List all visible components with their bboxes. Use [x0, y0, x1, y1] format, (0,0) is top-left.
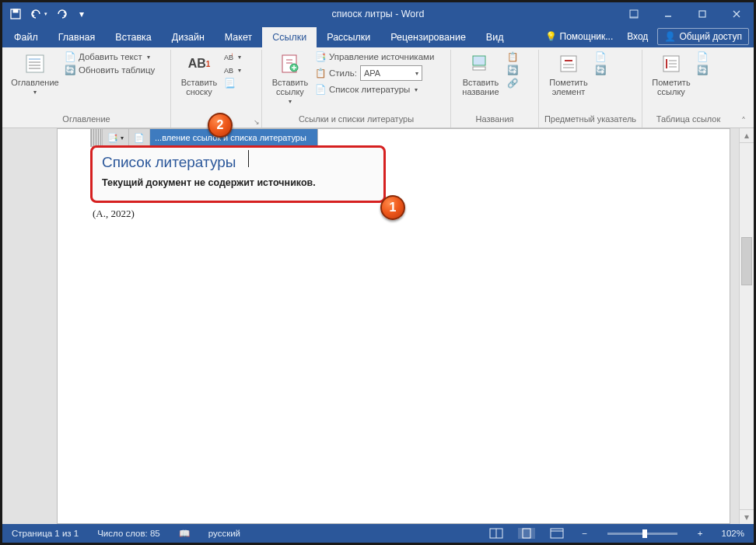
zoom-in-button[interactable]: +: [695, 529, 706, 538]
tab-design[interactable]: Дизайн: [162, 27, 215, 47]
group-label-citations: Ссылки и списки литературы: [262, 110, 451, 128]
style-label: Стиль:: [329, 68, 357, 78]
mark-entry-label: Пометить элемент: [549, 78, 587, 96]
mark-citation-button[interactable]: Пометить ссылку: [647, 50, 695, 110]
language-status[interactable]: русский: [205, 529, 243, 538]
drag-handle-icon[interactable]: [91, 129, 103, 146]
svg-rect-19: [561, 56, 576, 72]
window-controls: [617, 2, 754, 26]
add-text-icon: 📄: [65, 51, 75, 62]
signin-button[interactable]: Вход: [622, 28, 653, 45]
svg-text:i: i: [232, 52, 233, 57]
text-cursor: [248, 150, 249, 167]
group-label-authorities: Таблица ссылок: [642, 110, 734, 128]
update-index-button[interactable]: 🔄: [595, 65, 606, 75]
style-icon: 📋: [315, 68, 326, 79]
mark-entry-button[interactable]: Пометить элемент: [544, 50, 593, 110]
tab-mailings[interactable]: Рассылки: [317, 27, 380, 47]
zoom-thumb[interactable]: [642, 529, 647, 538]
bibliography-title: Список литературы: [102, 154, 374, 171]
bibliography-button[interactable]: 📄Список литературы▾: [315, 84, 434, 95]
qat-customize-icon[interactable]: ▾: [77, 5, 86, 23]
tellme-button[interactable]: 💡Помощник...: [541, 28, 618, 45]
update-tof-icon: 🔄: [507, 65, 518, 75]
dialog-launcher-icon[interactable]: ↘: [254, 118, 260, 126]
vertical-scrollbar[interactable]: ▴ ▾: [739, 128, 754, 524]
quick-access-toolbar: ▾ ▾: [2, 5, 91, 23]
style-selector[interactable]: 📋 Стиль: APA▾: [315, 65, 434, 81]
endnote-button[interactable]: ABi▾: [224, 51, 241, 62]
update-index-icon: 🔄: [595, 65, 606, 75]
tab-view[interactable]: Вид: [476, 27, 514, 47]
scroll-thumb[interactable]: [741, 237, 752, 285]
tab-file[interactable]: Файл: [4, 27, 48, 47]
table-of-figures-button[interactable]: 📋: [507, 51, 518, 62]
zoom-slider[interactable]: [607, 533, 677, 535]
convert-to-static-button[interactable]: 📄: [129, 129, 150, 146]
show-notes-icon: 📃: [224, 78, 235, 89]
tab-references[interactable]: Ссылки: [262, 27, 317, 47]
minimize-icon[interactable]: [651, 2, 685, 26]
insert-caption-button[interactable]: Вставить название: [456, 50, 506, 110]
style-select[interactable]: APA▾: [360, 65, 422, 81]
bibliographies-menu-button[interactable]: 📑▾: [103, 129, 129, 146]
word-count[interactable]: Число слов: 85: [94, 529, 163, 538]
toc-button[interactable]: Оглавление ▾: [7, 50, 63, 110]
tab-review[interactable]: Рецензирование: [380, 27, 476, 47]
update-toa-icon: 🔄: [697, 65, 708, 75]
scroll-up-icon[interactable]: ▴: [740, 128, 754, 143]
insert-footnote-button[interactable]: AB1 Вставить сноску: [176, 50, 222, 110]
share-label: Общий доступ: [679, 31, 742, 42]
scroll-down-icon[interactable]: ▾: [740, 509, 754, 524]
tab-insert[interactable]: Вставка: [105, 27, 161, 47]
update-citations-button[interactable]: ...вление ссылок и списка литературы: [150, 129, 317, 146]
collapse-ribbon-icon[interactable]: ˄: [738, 116, 749, 127]
bulb-icon: 💡: [545, 31, 557, 42]
redo-icon[interactable]: [54, 5, 71, 23]
undo-icon[interactable]: ▾: [30, 5, 47, 23]
share-button[interactable]: 👤Общий доступ: [657, 28, 749, 45]
chevron-down-icon: ▾: [415, 70, 418, 77]
svg-rect-24: [666, 59, 667, 68]
insert-citation-button[interactable]: Вставить ссылку ▾: [267, 50, 313, 110]
print-layout-icon[interactable]: [518, 528, 535, 539]
endnote-icon: ABi: [224, 51, 235, 62]
show-notes-button[interactable]: 📃: [224, 78, 241, 89]
proofing-button[interactable]: 📖: [176, 528, 193, 539]
bibliography-label: Список литературы: [329, 85, 410, 94]
bibliography-content-box[interactable]: Список литературы Текущий документ не со…: [90, 145, 386, 203]
web-layout-icon[interactable]: [548, 529, 566, 538]
zoom-out-button[interactable]: −: [579, 529, 590, 538]
document-area: 📑▾ 📄 ...вление ссылок и списка литератур…: [2, 128, 754, 524]
cross-ref-button[interactable]: 🔗: [507, 78, 518, 89]
citation-text[interactable]: (A., 2022): [93, 208, 135, 220]
ribbon-options-icon[interactable]: [617, 2, 651, 26]
ribbon: Оглавление ▾ 📄Добавить текст▾ 🔄Обновить …: [2, 47, 754, 128]
insert-footnote-label: Вставить сноску: [181, 78, 218, 96]
insert-toa-button[interactable]: 📄: [697, 51, 708, 62]
update-toa-button[interactable]: 🔄: [697, 65, 708, 75]
add-text-label: Добавить текст: [79, 52, 142, 61]
next-footnote-button[interactable]: AB▾: [224, 65, 241, 75]
manage-sources-button[interactable]: 📑Управление источниками: [315, 51, 434, 62]
maximize-icon[interactable]: [685, 2, 719, 26]
insert-index-button[interactable]: 📄: [595, 51, 606, 62]
update-toc-button[interactable]: 🔄Обновить таблицу: [65, 65, 155, 75]
titlebar: ▾ ▾ спиоск литры - Word: [2, 2, 754, 26]
tab-home[interactable]: Главная: [48, 27, 106, 47]
update-toc-label: Обновить таблицу: [79, 65, 155, 75]
svg-rect-18: [473, 67, 485, 70]
update-tof-button[interactable]: 🔄: [507, 65, 518, 75]
caption-icon: [470, 53, 492, 75]
page-status[interactable]: Страница 1 из 1: [9, 529, 82, 538]
zoom-level[interactable]: 102%: [719, 529, 747, 538]
close-icon[interactable]: [719, 2, 754, 26]
bibliographies-icon: 📑: [107, 133, 118, 143]
style-value: APA: [364, 68, 380, 78]
tab-layout[interactable]: Макет: [215, 27, 262, 47]
add-text-button[interactable]: 📄Добавить текст▾: [65, 51, 155, 62]
svg-rect-30: [523, 529, 530, 538]
save-icon[interactable]: [7, 5, 24, 23]
read-mode-icon[interactable]: [487, 529, 506, 538]
group-label-index: Предметный указатель: [539, 110, 642, 128]
